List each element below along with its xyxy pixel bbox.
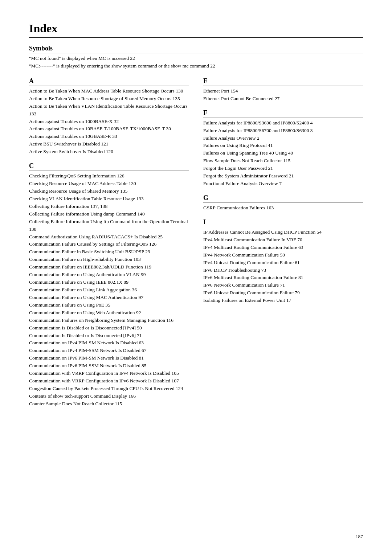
section-letter: A <box>29 77 189 86</box>
section-letter: F <box>203 109 363 118</box>
index-entry: Collecting Failure Information 137, 138 <box>29 203 189 210</box>
index-entry: IPv4 Multicast Routing Communication Fai… <box>203 244 363 251</box>
index-entry: Failure Analysis Overview 2 <box>203 135 363 142</box>
index-entry: Communication Failures on Neighboring Sy… <box>29 317 189 324</box>
index-entry: Checking Resource Usage of Shared Memory… <box>29 188 189 195</box>
index-entry: Collecting Failure Information Using dum… <box>29 210 189 218</box>
index-entry: IPv6 Unicast Routing Communication Failu… <box>203 289 363 297</box>
index-entry: IPv4 Unicast Routing Communication Failu… <box>203 259 363 267</box>
index-entry: Communication Is Disabled or Is Disconne… <box>29 324 189 332</box>
index-entry: Actions against Troubles on 10BASE-T/100… <box>29 125 189 133</box>
index-entry: Command Authorization Using RADIUS/TACAC… <box>29 233 189 241</box>
index-entry: Communication Failure on Using Link Aggr… <box>29 286 189 294</box>
index-entry: Communication Failure on Using MAC Authe… <box>29 294 189 301</box>
index-entry: IPv6 Network Communication Failure 71 <box>203 282 363 289</box>
symbols-entries: "MC not found" is displayed when MC is a… <box>29 55 363 70</box>
index-entry: Communication on IPv4 PIM-SSM Network Is… <box>29 347 189 354</box>
index-entry: Communication on IPv6 PIM-SM Network Is … <box>29 354 189 362</box>
index-entry: Communication with VRRP Configuration in… <box>29 370 189 377</box>
index-entry: Functional Failure Analysis Overview 7 <box>203 180 363 188</box>
left-column: AAction to Be Taken When MAC Address Tab… <box>29 77 189 414</box>
index-entry: Checking VLAN Identification Table Resou… <box>29 195 189 203</box>
index-entry: Communication Failure on Using PoE 35 <box>29 301 189 309</box>
index-entry: Action to Be Taken When MAC Address Tabl… <box>29 87 189 95</box>
index-entry: GSRP Communication Failures 103 <box>203 204 363 212</box>
index-entry: Checking Resource Usage of MAC Address T… <box>29 180 189 188</box>
index-entry: Collecting Failure Information Using ftp… <box>29 218 189 233</box>
section-letter: G <box>203 194 363 203</box>
index-entry: Isolating Failures on External Power Uni… <box>203 297 363 304</box>
symbols-entry: "MC not found" is displayed when MC is a… <box>29 55 363 62</box>
index-entry: Congestion Caused by Packets Processed T… <box>29 385 189 393</box>
index-entry: Communication on IPv6 PIM-SSM Network Is… <box>29 362 189 370</box>
index-entry: Counter Sample Does Not Reach Collector … <box>29 400 189 408</box>
index-entry: Action to Be Taken When VLAN Identificat… <box>29 103 189 118</box>
index-entry: IPv6 Multicast Routing Communication Fai… <box>203 274 363 282</box>
page-title: Index <box>29 22 363 38</box>
index-entry: Communication Failure Caused by Settings… <box>29 241 189 248</box>
section-e: EEthernet Port 154Ethernet Port Cannot B… <box>203 77 363 103</box>
index-entry: Forgot the System Administrator Password… <box>203 172 363 180</box>
section-letter: E <box>203 77 363 86</box>
index-entry: Action to Be Taken When Resource Shortag… <box>29 95 189 103</box>
index-entry: Communication Failure on Using IEEE 802.… <box>29 279 189 286</box>
symbols-heading: Symbols <box>29 45 363 53</box>
index-entry: Active BSU Switchover Is Disabled 121 <box>29 140 189 148</box>
index-entry: Failures on Using Ring Protocol 41 <box>203 142 363 149</box>
index-entry: Failures on Using Spanning Tree 40 Using… <box>203 149 363 157</box>
right-column: EEthernet Port 154Ethernet Port Cannot B… <box>203 77 363 414</box>
index-entry: Communication Failure on High-reliabilit… <box>29 256 189 263</box>
index-entry: Contents of show tech-support Command Di… <box>29 393 189 400</box>
section-letter: I <box>203 218 363 227</box>
index-entry: Flow Sample Does Not Reach Collector 115 <box>203 157 363 165</box>
index-entry: IPv4 Network Communication Failure 50 <box>203 251 363 259</box>
index-entry: IPv4 Multicast Communication Failure In … <box>203 236 363 244</box>
index-entry: Active System Switchover Is Disabled 120 <box>29 148 189 156</box>
index-entry: IP Addresses Cannot Be Assigned Using DH… <box>203 229 363 236</box>
index-entry: Ethernet Port Cannot Be Connected 27 <box>203 95 363 103</box>
symbols-section: Symbols "MC not found" is displayed when… <box>29 45 363 70</box>
section-i: IIP Addresses Cannot Be Assigned Using D… <box>203 218 363 304</box>
section-g: GGSRP Communication Failures 103 <box>203 194 363 212</box>
section-letter: C <box>29 162 189 171</box>
section-f: FFailure Analysis for IP8800/S3600 and I… <box>203 109 363 188</box>
index-entry: Communication on IPv4 PIM-SM Network Is … <box>29 339 189 347</box>
index-entry: Failure Analysis for IP8800/S6700 and IP… <box>203 127 363 135</box>
index-entry: IPv6 DHCP Troubleshooting 73 <box>203 267 363 274</box>
symbols-entry: "MC:--------" is displayed by entering t… <box>29 62 363 70</box>
section-a: AAction to Be Taken When MAC Address Tab… <box>29 77 189 156</box>
section-c: CChecking Filtering/QoS Setting Informat… <box>29 162 189 408</box>
index-entry: Communication Failure on Using Web Authe… <box>29 309 189 317</box>
index-columns: AAction to Be Taken When MAC Address Tab… <box>29 77 363 414</box>
index-entry: Failure Analysis for IP8800/S3600 and IP… <box>203 119 363 127</box>
index-entry: Communication with VRRP Configuration in… <box>29 377 189 385</box>
page-number: 187 <box>356 534 363 539</box>
index-entry: Forgot the Login User Password 21 <box>203 165 363 172</box>
index-entry: Communication Failure on Using Authentic… <box>29 271 189 279</box>
index-entry: Communication Is Disabled or Is Disconne… <box>29 332 189 340</box>
index-entry: Checking Filtering/QoS Setting Informati… <box>29 172 189 180</box>
index-entry: Communication Failure in Basic Switching… <box>29 248 189 256</box>
index-entry: Ethernet Port 154 <box>203 87 363 95</box>
index-entry: Communication Failure on IEEE802.3ah/UDL… <box>29 263 189 271</box>
index-entry: Actions against Troubles on 1000BASE-X 3… <box>29 118 189 126</box>
index-entry: Actions against Troubles on 10GBASE-R 33 <box>29 133 189 140</box>
